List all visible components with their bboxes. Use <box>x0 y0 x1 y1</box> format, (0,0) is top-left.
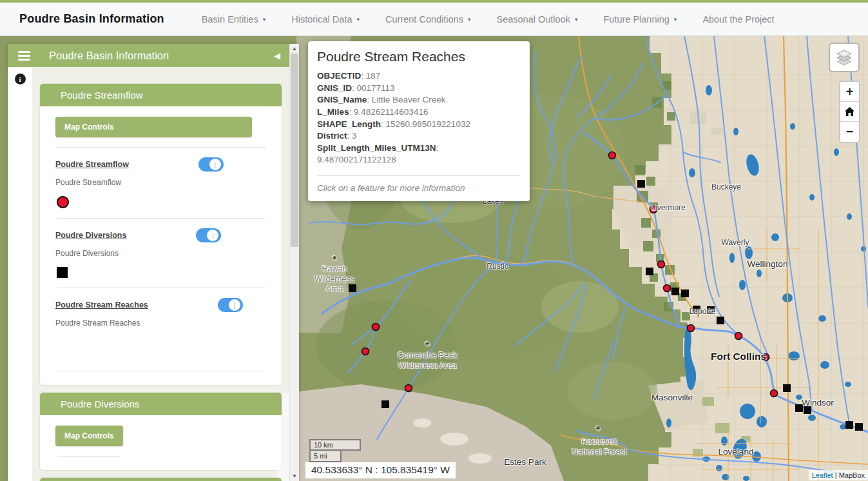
nav-item[interactable]: Seasonal Outlook▾ <box>496 14 577 25</box>
streamflow-gauge-marker[interactable] <box>688 325 695 332</box>
scale-bar-mi: 5 mi <box>309 451 342 462</box>
nav-item-label: Historical Data <box>291 14 352 25</box>
streamflow-gauge-marker[interactable] <box>609 152 616 159</box>
layers-icon <box>835 49 853 66</box>
diversion-marker[interactable] <box>845 421 853 429</box>
popup-field: GNIS_ID: 00177113 <box>317 83 519 95</box>
layer-name-link[interactable]: Poudre Stream Reaches <box>55 300 148 309</box>
nav-item-label: Basin Entities <box>202 14 258 25</box>
nav-item[interactable]: About the Project <box>702 14 774 25</box>
nav-item-label: Current Conditions <box>385 14 463 25</box>
streamflow-gauge-marker[interactable] <box>664 285 671 292</box>
popup-fields: OBJECTID: 187GNIS_ID: 00177113GNIS_Name:… <box>317 70 519 166</box>
layer-name-link[interactable]: Poudre Streamflow <box>55 160 129 169</box>
zoom-control: + − <box>839 81 860 143</box>
diversion-marker[interactable] <box>783 384 791 392</box>
toggle-knob: | <box>229 299 240 311</box>
leaflet-link[interactable]: Leaflet <box>812 471 833 479</box>
top-navbar: Poudre Basin Information Basin Entities▾… <box>0 3 868 36</box>
map-attribution: Leaflet | MapBox <box>809 470 868 480</box>
layer-row: Poudre Diversions| <box>55 228 266 242</box>
nav-item[interactable]: Basin Entities▾ <box>202 14 265 25</box>
popup-field: GNIS_Name: Little Beaver Creek <box>317 94 519 106</box>
scroll-down-icon[interactable]: ▼ <box>290 471 299 481</box>
popup-field: Split_Length_Miles_UTM13N: 9.48700217112… <box>317 142 519 166</box>
diversion-marker[interactable] <box>855 423 863 431</box>
zoom-home-button[interactable] <box>840 102 859 122</box>
map-container[interactable]: Red Feather LakesRustic♣Rawah Wilderness… <box>0 36 868 481</box>
nav-item[interactable]: Current Conditions▾ <box>385 14 470 25</box>
diversion-marker[interactable] <box>646 268 653 275</box>
layer-name-link[interactable]: Poudre Diversions <box>55 231 126 240</box>
streamflow-gauge-marker[interactable] <box>650 206 657 213</box>
sidebar-scrollbar[interactable]: ▲ ▼ <box>289 44 299 481</box>
streamflow-gauge-marker[interactable] <box>735 333 742 340</box>
layer-description: Poudre Diversions <box>55 249 266 258</box>
streamflow-gauge-marker[interactable] <box>362 348 369 355</box>
mouse-coordinates: 40.533633° N : 105.835419° W <box>305 462 456 478</box>
diversion-marker[interactable] <box>804 406 811 414</box>
diversion-marker[interactable] <box>671 288 679 295</box>
app-window: Poudre Basin Information Basin Entities▾… <box>0 0 868 481</box>
chevron-down-icon: ▾ <box>357 16 360 23</box>
layer-toggle[interactable]: | <box>218 298 243 312</box>
scrollbar-thumb[interactable] <box>291 54 298 247</box>
nav-item-label: About the Project <box>702 14 774 25</box>
sidebar-header: Poudre Basin Information ◀ <box>8 44 289 67</box>
diversion-marker[interactable] <box>795 404 803 412</box>
diversions-card: Poudre Diversions Map Controls <box>40 393 282 470</box>
menu-icon[interactable] <box>18 49 30 63</box>
empty-legend <box>57 337 266 361</box>
streamflow-gauge-marker[interactable] <box>658 261 665 268</box>
sidebar-gutter: i <box>8 67 32 481</box>
layer-toggle[interactable]: | <box>198 157 224 172</box>
popup-field: District: 3 <box>317 130 519 142</box>
layers-control-button[interactable] <box>829 43 860 72</box>
diversions-card-header[interactable]: Poudre Diversions <box>40 393 282 415</box>
site-title: Poudre Basin Information <box>19 12 164 26</box>
chevron-down-icon: ▾ <box>468 16 471 23</box>
popup-hint-text: Click on a feature for more information <box>317 183 519 193</box>
streamflow-gauge-marker[interactable] <box>405 385 412 392</box>
popup-divider <box>317 175 519 176</box>
layer-row: Poudre Streamflow| <box>55 157 266 172</box>
diversion-marker[interactable] <box>707 306 715 314</box>
scroll-up-icon[interactable]: ▲ <box>290 44 299 54</box>
zoom-in-button[interactable]: + <box>840 82 859 102</box>
toggle-knob: | <box>209 159 221 170</box>
zoom-out-button[interactable]: − <box>840 122 859 142</box>
divider <box>57 218 265 219</box>
chevron-down-icon: ▾ <box>674 16 677 23</box>
streamflow-gauge-marker[interactable] <box>762 354 769 361</box>
collapse-sidebar-icon[interactable]: ◀ <box>274 51 280 61</box>
streamflow-gauge-marker[interactable] <box>771 390 778 397</box>
info-icon[interactable]: i <box>15 74 26 84</box>
streamflow-gauge-marker[interactable] <box>372 324 380 331</box>
diversion-marker[interactable] <box>637 180 645 188</box>
gauge-legend-icon <box>57 196 69 208</box>
reaches-card-header[interactable]: Poudre Stream Reaches <box>40 478 282 481</box>
diversion-marker[interactable] <box>349 284 356 292</box>
diversion-marker[interactable] <box>681 290 689 297</box>
popup-field: L_Miles: 9.48262114603416 <box>317 106 519 119</box>
home-icon <box>845 107 854 116</box>
streamflow-card-header[interactable]: Poudre Streamflow <box>40 84 282 106</box>
diversion-marker[interactable] <box>717 317 724 324</box>
diversion-marker[interactable] <box>381 400 389 408</box>
attribution-separator: | <box>833 471 839 479</box>
map-controls-button[interactable]: Map Controls <box>55 117 252 137</box>
reaches-card: Poudre Stream Reaches <box>40 478 282 481</box>
layer-toggle[interactable]: | <box>196 228 221 242</box>
chevron-down-icon: ▾ <box>263 16 266 23</box>
nav-item[interactable]: Historical Data▾ <box>291 14 360 25</box>
divider <box>58 456 120 457</box>
sidebar-panel: Poudre Basin Information ◀ i Poudre Stre… <box>8 44 299 481</box>
layer-description: Poudre Stream Reaches <box>55 319 266 328</box>
layer-toggle-list: Poudre Streamflow|Poudre StreamflowPoudr… <box>55 157 266 371</box>
divider <box>57 371 265 371</box>
streamflow-card: Poudre Streamflow Map Controls Poudre St… <box>40 84 282 385</box>
diversion-marker[interactable] <box>693 306 700 313</box>
map-controls-button[interactable]: Map Controls <box>55 426 123 446</box>
layer-row: Poudre Stream Reaches| <box>55 298 266 312</box>
nav-item[interactable]: Future Planning▾ <box>603 14 677 25</box>
